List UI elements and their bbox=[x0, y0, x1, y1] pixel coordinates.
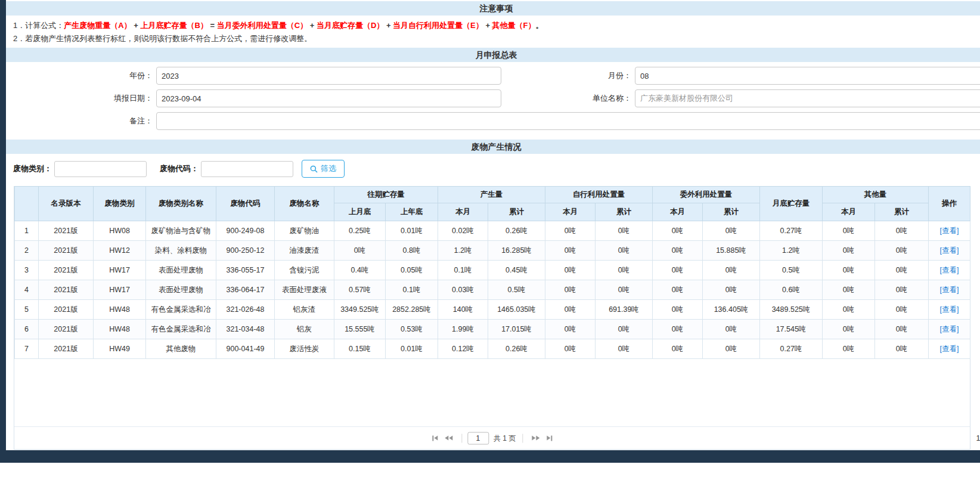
col-header-action: 操作 bbox=[929, 187, 970, 221]
cell: 2021版 bbox=[39, 221, 94, 241]
cell: 0吨 bbox=[545, 339, 596, 359]
remark-input[interactable] bbox=[156, 112, 980, 130]
cell: 0吨 bbox=[875, 339, 929, 359]
waste-grid: 名录版本 废物类别 废物类别名称 废物代码 废物名称 往期贮存量 产生量 自行利… bbox=[14, 186, 970, 450]
waste-code-label: 废物代码： bbox=[160, 163, 199, 174]
cell: 1.2吨 bbox=[438, 241, 488, 261]
cell: 6 bbox=[15, 320, 39, 339]
cell: 321-026-48 bbox=[216, 300, 275, 320]
col-group-other: 其他量 bbox=[823, 187, 929, 203]
col-header-gen-total: 累计 bbox=[488, 203, 545, 221]
filter-button[interactable]: 筛选 bbox=[302, 160, 345, 178]
cell: 2021版 bbox=[39, 261, 94, 280]
cell: 336-064-17 bbox=[216, 280, 275, 300]
view-link[interactable]: [查看] bbox=[940, 325, 959, 333]
cell: 0吨 bbox=[823, 241, 875, 261]
cell: 染料、涂料废物 bbox=[146, 241, 216, 261]
first-page-button[interactable] bbox=[429, 435, 441, 441]
cell: 7 bbox=[15, 339, 39, 359]
view-link[interactable]: [查看] bbox=[940, 266, 959, 274]
notice-line1-prefix: 1．计算公式： bbox=[13, 21, 64, 30]
cell: 140吨 bbox=[438, 300, 488, 320]
action-cell: [查看] bbox=[929, 280, 970, 300]
cell: 3 bbox=[15, 261, 39, 280]
view-link[interactable]: [查看] bbox=[940, 246, 959, 255]
col-group-prev-storage: 往期贮存量 bbox=[334, 187, 438, 203]
view-link[interactable]: [查看] bbox=[940, 345, 959, 353]
col-header-out-total: 累计 bbox=[703, 203, 760, 221]
cell: 0.26吨 bbox=[488, 339, 545, 359]
last-page-button[interactable] bbox=[543, 435, 556, 441]
cell: 0吨 bbox=[703, 221, 760, 241]
col-header-out-this-month: 本月 bbox=[653, 203, 703, 221]
next-page-button[interactable] bbox=[528, 436, 543, 441]
cell: 0吨 bbox=[823, 280, 875, 300]
formula-operator: + bbox=[308, 21, 317, 30]
waste-category-label: 废物类别： bbox=[13, 163, 52, 174]
year-label: 年份： bbox=[6, 70, 156, 81]
action-cell: [查看] bbox=[929, 261, 970, 280]
cell: 0.45吨 bbox=[488, 261, 545, 280]
cell: 0吨 bbox=[875, 221, 929, 241]
cell: 铝灰渣 bbox=[275, 300, 334, 320]
waste-section-header: 废物产生情况 bbox=[6, 140, 980, 154]
cell: 0吨 bbox=[596, 261, 653, 280]
table-row: 32021版HW17表面处理废物336-055-17含镍污泥0.4吨0.05吨0… bbox=[15, 261, 970, 280]
formula-operator: + bbox=[132, 21, 141, 30]
col-header-prev-month-end: 上月底 bbox=[334, 203, 386, 221]
table-row: 62021版HW48有色金属采选和冶321-034-48铝灰15.555吨0.5… bbox=[15, 320, 970, 339]
cell: 0吨 bbox=[653, 241, 703, 261]
cell: 0.03吨 bbox=[438, 280, 488, 300]
cell: 油漆废渣 bbox=[275, 241, 334, 261]
month-label: 月份： bbox=[510, 70, 635, 81]
prev-page-button[interactable] bbox=[441, 436, 456, 441]
cell: 3489.525吨 bbox=[760, 300, 823, 320]
cell: 0吨 bbox=[823, 221, 875, 241]
cell: HW49 bbox=[94, 339, 146, 359]
cell: 900-249-08 bbox=[216, 221, 275, 241]
cell: HW17 bbox=[94, 280, 146, 300]
formula-period: 。 bbox=[536, 21, 544, 30]
cell: 0吨 bbox=[545, 261, 596, 280]
waste-code-input[interactable] bbox=[201, 161, 293, 177]
cell: 0吨 bbox=[653, 300, 703, 320]
cell: 3349.525吨 bbox=[334, 300, 386, 320]
col-group-outsourced-disposal: 委外利用处置量 bbox=[653, 187, 760, 203]
pager-divider bbox=[461, 434, 462, 442]
cell: 2021版 bbox=[39, 300, 94, 320]
view-link[interactable]: [查看] bbox=[940, 227, 959, 235]
cell: 0吨 bbox=[875, 300, 929, 320]
cell: 1465.035吨 bbox=[488, 300, 545, 320]
view-link[interactable]: [查看] bbox=[940, 286, 959, 294]
cell: 0吨 bbox=[653, 280, 703, 300]
company-input[interactable] bbox=[635, 89, 980, 107]
waste-category-input[interactable] bbox=[54, 161, 147, 177]
left-frame-bar bbox=[0, 0, 6, 450]
col-header-category-name: 废物类别名称 bbox=[146, 187, 216, 221]
col-header-self-total: 累计 bbox=[596, 203, 653, 221]
cell: 废矿物油 bbox=[275, 221, 334, 241]
cell: 2021版 bbox=[39, 241, 94, 261]
cell: 0.01吨 bbox=[386, 221, 438, 241]
table-row: 42021版HW17表面处理废物336-064-17表面处理废液0.57吨0.1… bbox=[15, 280, 970, 300]
cell: 0吨 bbox=[596, 221, 653, 241]
cell: 0吨 bbox=[875, 320, 929, 339]
pager-divider bbox=[522, 434, 523, 442]
fill-date-input[interactable] bbox=[156, 89, 501, 107]
year-input[interactable] bbox=[156, 67, 501, 85]
cell: 0吨 bbox=[875, 280, 929, 300]
view-link[interactable]: [查看] bbox=[940, 305, 959, 314]
cell: 0.8吨 bbox=[386, 241, 438, 261]
cell: 废活性炭 bbox=[275, 339, 334, 359]
cell: 0吨 bbox=[653, 221, 703, 241]
cell: 0.26吨 bbox=[488, 221, 545, 241]
month-input[interactable] bbox=[635, 67, 980, 85]
page-input[interactable] bbox=[467, 432, 489, 444]
bottom-frame-bar bbox=[0, 450, 980, 463]
cell: HW48 bbox=[94, 320, 146, 339]
remark-label: 备注： bbox=[6, 116, 156, 126]
cell: 2852.285吨 bbox=[386, 300, 438, 320]
cell: 0吨 bbox=[545, 300, 596, 320]
cell: 2021版 bbox=[39, 320, 94, 339]
cell: 0吨 bbox=[703, 280, 760, 300]
